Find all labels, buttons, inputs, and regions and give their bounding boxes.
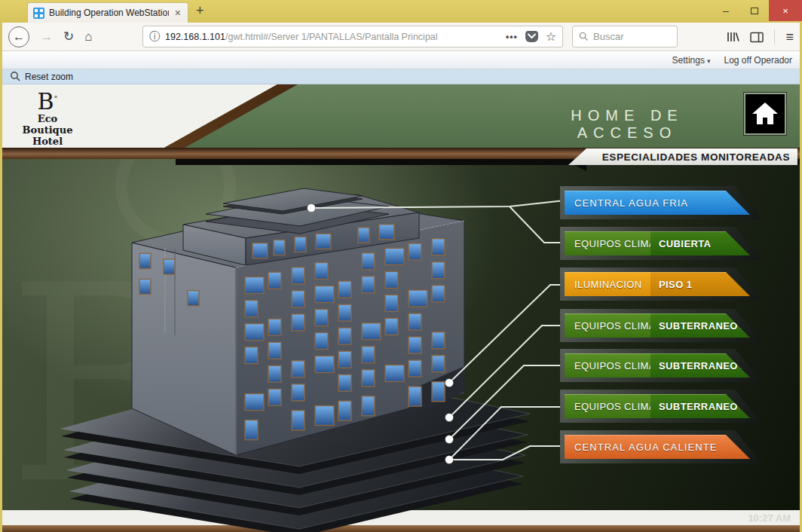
connector-dot [445,456,454,464]
settings-caret-icon: ▾ [707,57,711,65]
close-button[interactable]: × [769,0,802,21]
zoom-icon [10,71,21,82]
maximize-button[interactable] [740,0,769,21]
button-sublabel: SUBTERRANEO 2 [650,360,746,371]
specialty-button-central-agua-fria[interactable]: CENTRAL AGUA FRIA [560,186,762,219]
connector-dot [445,436,454,444]
tab-favicon-icon [33,8,44,19]
button-label: CENTRAL AGUA FRIA [565,197,688,209]
building-illustration [2,84,800,532]
connector-dot [445,414,454,422]
connector-dot [445,379,454,387]
button-sublabel: SUBTERRANEO 3 [650,401,746,412]
browser-tab[interactable]: Building Operation WebStation × [27,2,188,23]
connector-dot [308,204,316,212]
browser-home-button[interactable]: ⌂ [84,30,92,43]
specialty-button-equipos-clima-subterraneo-2[interactable]: EQUIPOS CLIMASUBTERRANEO 2 [560,349,762,382]
tab-close-icon[interactable]: × [173,7,182,19]
button-label: EQUIPOS CLIMA [565,320,656,332]
webstation-userbar: Settings▾ Log off Operador [2,51,800,69]
webstation-content: B B° Eco Boutique Hotel HOME DE ACCESO E… [2,84,800,532]
specialty-button-equipos-clima-subterraneo-3[interactable]: EQUIPOS CLIMASUBTERRANEO 3 [560,390,762,423]
specialty-button-central-agua-caliente[interactable]: CENTRAL AGUA CALIENTE [560,430,762,463]
logoff-link[interactable]: Log off Operador [724,55,792,66]
search-box[interactable] [572,26,678,47]
toolbar-divider [774,29,775,44]
button-label: EQUIPOS CLIMA [565,401,656,412]
titlebar: Building Operation WebStation × + – × [0,0,802,23]
browser-window: Building Operation WebStation × + – × ← … [0,0,802,532]
url-bar[interactable]: ⓘ 192.168.1.101/gwt.html#/Server 1/PANTA… [142,26,563,47]
specialty-button-iluminacion-piso-1[interactable]: ILUMINACIONPISO 1 [560,268,762,301]
button-label: ILUMINACION [565,279,642,290]
sidebar-icon[interactable] [750,32,764,43]
site-info-icon[interactable]: ⓘ [149,30,160,44]
settings-menu[interactable]: Settings▾ [672,55,711,66]
menu-icon[interactable]: ≡ [785,29,794,45]
button-label: EQUIPOS CLIMA [565,360,656,371]
minimize-button[interactable]: – [712,0,740,21]
back-button[interactable]: ← [8,26,29,47]
button-sublabel: CUBIERTA [650,238,711,249]
button-sublabel: SUBTERRANEO 1 [650,320,746,332]
browser-toolbar: ← → ↻ ⌂ ⓘ 192.168.1.101/gwt.html#/Server… [2,23,800,51]
button-label: CENTRAL AGUA CALIENTE [565,442,718,453]
tab-title: Building Operation WebStation [49,8,169,18]
button-label: EQUIPOS CLIMA [565,238,656,249]
bookmark-star-icon[interactable]: ☆ [546,29,556,44]
reset-zoom-bar: Reset zoom [2,69,800,84]
page-actions-icon[interactable]: ••• [506,32,518,42]
refresh-button[interactable]: ↻ [63,30,74,43]
pocket-icon[interactable] [525,31,538,42]
forward-button[interactable]: → [40,30,53,43]
search-input[interactable] [593,31,661,42]
url-text: 192.168.1.101/gwt.html#/Server 1/PANTALL… [165,32,501,42]
specialty-button-equipos-clima-cubierta[interactable]: EQUIPOS CLIMACUBIERTA [560,227,762,260]
button-sublabel: PISO 1 [650,279,692,290]
library-icon[interactable] [726,31,739,43]
new-tab-button[interactable]: + [196,3,204,19]
specialty-button-equipos-clima-subterraneo-1[interactable]: EQUIPOS CLIMASUBTERRANEO 1 [560,309,762,342]
reset-zoom-button[interactable]: Reset zoom [25,72,73,82]
search-icon [579,32,589,41]
